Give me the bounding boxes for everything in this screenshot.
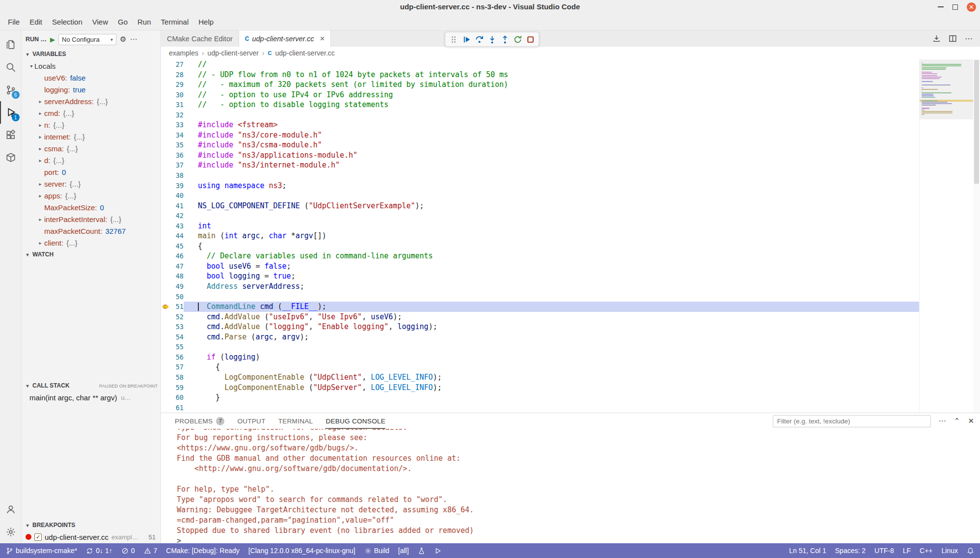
status-cmake-build[interactable]: Build bbox=[364, 547, 389, 555]
code-line-33[interactable]: 33#include <fstream> bbox=[161, 120, 980, 130]
breadcrumb-item[interactable]: examples bbox=[169, 49, 198, 57]
status-cmake-target[interactable]: [all] bbox=[398, 547, 409, 555]
more-actions-icon[interactable]: ⋯ bbox=[939, 417, 946, 425]
minimap[interactable] bbox=[919, 59, 973, 413]
variable-row[interactable]: ▸apps:{...} bbox=[22, 190, 161, 201]
call-stack-section-header[interactable]: ▾ CALL STACK PAUSED ON BREAKPOINT bbox=[22, 380, 161, 391]
variable-row[interactable]: MaxPacketSize:0 bbox=[22, 201, 161, 213]
status-cmake-test[interactable] bbox=[418, 547, 425, 555]
code-line-53[interactable]: 53 cmd.AddValue ("logging", "Enable logg… bbox=[161, 322, 980, 332]
maximize-button[interactable] bbox=[953, 4, 958, 10]
menu-help[interactable]: Help bbox=[193, 16, 218, 28]
code-line-61[interactable]: 61 bbox=[161, 403, 980, 413]
breakpoints-section-header[interactable]: ▾ BREAKPOINTS bbox=[22, 519, 161, 531]
explorer-icon[interactable] bbox=[0, 33, 22, 56]
breadcrumb-item[interactable]: udp-client-server.cc bbox=[275, 49, 334, 57]
manage-gear-icon[interactable] bbox=[0, 521, 22, 543]
variables-section-header[interactable]: ▾ VARIABLES bbox=[22, 48, 161, 60]
search-icon[interactable] bbox=[0, 56, 22, 79]
code-line-43[interactable]: 43int bbox=[161, 221, 980, 231]
code-line-52[interactable]: 52 cmd.AddValue ("useIpv6", "Use Ipv6", … bbox=[161, 312, 980, 322]
call-stack-frame[interactable]: main(int argc, char ** argv) u… bbox=[22, 391, 161, 403]
debug-current-line-arrow-icon[interactable] bbox=[161, 302, 171, 312]
step-out-icon[interactable] bbox=[498, 33, 511, 46]
breakpoint-row[interactable]: ✓ udp-client-server.cc exampl… 51 bbox=[22, 531, 161, 543]
code-line-39[interactable]: 39using namespace ns3; bbox=[161, 181, 980, 191]
panel-maximize-chevron-icon[interactable]: ⌃ bbox=[954, 417, 960, 425]
status-encoding[interactable]: UTF-8 bbox=[874, 547, 894, 555]
status-cmake-kit-selection[interactable]: [Clang 12.0.0 x86_64-pc-linux-gnu] bbox=[248, 547, 355, 555]
code-line-44[interactable]: 44main (int argc, char *argv[]) bbox=[161, 231, 980, 241]
code-line-29[interactable]: 29// - maximum of 320 packets sent (or l… bbox=[161, 80, 980, 90]
tab-udp-client-server-cc[interactable]: Cudp-client-server.cc× bbox=[239, 30, 331, 47]
menu-view[interactable]: View bbox=[87, 16, 113, 28]
code-line-38[interactable]: 38 bbox=[161, 170, 980, 181]
status-remote-os[interactable]: Linux bbox=[942, 547, 958, 555]
code-line-40[interactable]: 40 bbox=[161, 191, 980, 201]
variable-row[interactable]: ▸interPacketInterval:{...} bbox=[22, 213, 161, 225]
package-icon[interactable] bbox=[0, 146, 22, 169]
variable-row[interactable]: maxPacketCount:32767 bbox=[22, 225, 161, 237]
scope-locals[interactable]: ▾ Locals bbox=[22, 60, 161, 72]
code-line-36[interactable]: 36#include "ns3/applications-module.h" bbox=[161, 150, 980, 161]
variable-row[interactable]: useV6:false bbox=[22, 72, 161, 84]
close-icon[interactable]: × bbox=[320, 34, 325, 43]
variable-row[interactable]: logging:true bbox=[22, 84, 161, 95]
extensions-icon[interactable] bbox=[0, 124, 22, 146]
code-line-30[interactable]: 30// - option to use IPv4 or IPv6 addres… bbox=[161, 90, 980, 100]
minimize-button[interactable] bbox=[938, 6, 944, 7]
stop-icon[interactable] bbox=[524, 33, 537, 46]
panel-tab-problems[interactable]: PROBLEMS7 bbox=[175, 413, 224, 429]
status-cmake-status[interactable]: CMake: [Debug]: Ready bbox=[166, 547, 239, 555]
variable-row[interactable]: ▸csma:{...} bbox=[22, 142, 161, 154]
code-line-51[interactable]: 51 CommandLine cmd (__FILE__); bbox=[161, 302, 980, 312]
editor-scrollbar[interactable] bbox=[973, 59, 980, 413]
variable-row[interactable]: ▸n:{...} bbox=[22, 119, 161, 131]
continue-icon[interactable] bbox=[460, 33, 473, 46]
status-language-mode[interactable]: C++ bbox=[920, 547, 932, 555]
code-line-54[interactable]: 54 cmd.Parse (argc, argv); bbox=[161, 332, 980, 342]
more-actions-icon[interactable]: ⋯ bbox=[965, 34, 973, 43]
code-line-28[interactable]: 28// - UDP flow from n0 to n1 of 1024 by… bbox=[161, 70, 980, 80]
menu-edit[interactable]: Edit bbox=[25, 16, 47, 28]
code-line-60[interactable]: 60 } bbox=[161, 392, 980, 403]
variable-row[interactable]: ▸cmd:{...} bbox=[22, 107, 161, 119]
tab-cmake-cache-editor[interactable]: CMake Cache Editor bbox=[161, 30, 239, 47]
watch-section-header[interactable]: ▾ WATCH bbox=[22, 249, 161, 260]
menu-go[interactable]: Go bbox=[113, 16, 133, 28]
variable-row[interactable]: ▸client:{...} bbox=[22, 237, 161, 249]
menu-terminal[interactable]: Terminal bbox=[156, 16, 194, 28]
code-editor[interactable]: 27//28// - UDP flow from n0 to n1 of 102… bbox=[161, 59, 980, 413]
console-prompt[interactable]: > bbox=[177, 536, 980, 543]
code-line-48[interactable]: 48 bool logging = true; bbox=[161, 271, 980, 281]
source-control-icon[interactable]: 6 bbox=[0, 79, 22, 101]
variable-row[interactable]: ▸internet:{...} bbox=[22, 131, 161, 142]
code-line-45[interactable]: 45{ bbox=[161, 241, 980, 251]
debug-configuration-dropdown[interactable]: No Configura ▾ bbox=[58, 34, 116, 45]
restart-icon[interactable] bbox=[511, 33, 524, 46]
code-line-49[interactable]: 49 Address serverAddress; bbox=[161, 281, 980, 292]
code-line-37[interactable]: 37#include "ns3/internet-module.h" bbox=[161, 160, 980, 170]
code-line-27[interactable]: 27// bbox=[161, 59, 980, 70]
status-cursor-position[interactable]: Ln 51, Col 1 bbox=[789, 547, 826, 555]
start-debugging-icon[interactable]: ▶ bbox=[50, 36, 55, 43]
code-line-55[interactable]: 55 bbox=[161, 342, 980, 352]
debug-console[interactable]: Type "show configuration" for configurat… bbox=[161, 429, 980, 543]
code-line-59[interactable]: 59 LogComponentEnable ("UdpServer", LOG_… bbox=[161, 383, 980, 393]
status-notifications[interactable] bbox=[967, 547, 974, 555]
variable-row[interactable]: ▸serverAddress:{...} bbox=[22, 95, 161, 107]
code-line-50[interactable]: 50 bbox=[161, 292, 980, 302]
status-indentation[interactable]: Spaces: 2 bbox=[835, 547, 866, 555]
status-git-sync[interactable]: 0↓ 1↑ bbox=[86, 547, 112, 555]
more-actions-icon[interactable]: ⋯ bbox=[130, 35, 137, 44]
code-line-58[interactable]: 58 LogComponentEnable ("UdpClient", LOG_… bbox=[161, 372, 980, 383]
download-icon[interactable] bbox=[932, 34, 941, 43]
breadcrumb-item[interactable]: udp-client-server bbox=[208, 49, 259, 57]
code-line-31[interactable]: 31// - option to disable logging stateme… bbox=[161, 100, 980, 110]
split-editor-icon[interactable] bbox=[949, 34, 957, 43]
variable-row[interactable]: port:0 bbox=[22, 166, 161, 178]
status-warnings[interactable]: 7 bbox=[144, 547, 158, 555]
status-errors[interactable]: 0 bbox=[121, 547, 135, 555]
code-line-35[interactable]: 35#include "ns3/csma-module.h" bbox=[161, 140, 980, 150]
panel-tab-output[interactable]: OUTPUT bbox=[237, 413, 265, 429]
